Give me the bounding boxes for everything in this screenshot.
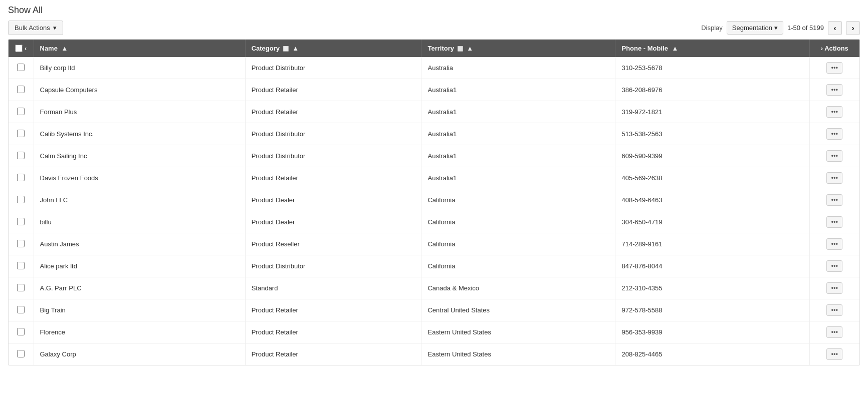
table-row: Alice park ltd Product Distributor Calif… (9, 255, 859, 277)
row-actions-cell: ••• (809, 277, 859, 299)
table-row: Calib Systems Inc. Product Distributor A… (9, 123, 859, 145)
row-actions-button-1[interactable]: ••• (826, 84, 842, 96)
row-checkbox-5[interactable] (17, 174, 25, 181)
row-checkbox-8[interactable] (17, 240, 25, 247)
pagination-next-button[interactable]: › (846, 21, 860, 35)
row-name-cell: Florence (34, 321, 245, 343)
phone-sort-icon: ▲ (672, 45, 679, 52)
row-territory-cell: Australia1 (421, 123, 615, 145)
row-checkbox-cell (9, 233, 34, 255)
row-phone-cell: 319-972-1821 (615, 101, 809, 123)
row-checkbox-cell (9, 57, 34, 79)
page-container: Show All Bulk Actions ▾ Display Segmenta… (0, 0, 868, 370)
row-actions-button-6[interactable]: ••• (826, 194, 842, 206)
table-row: billu Product Dealer California 304-650-… (9, 211, 859, 233)
row-checkbox-2[interactable] (17, 108, 25, 115)
row-category-cell: Product Distributor (245, 57, 421, 79)
row-actions-button-13[interactable]: ••• (826, 348, 842, 360)
row-checkbox-12[interactable] (17, 328, 25, 335)
row-name-cell: Billy corp ltd (34, 57, 245, 79)
toolbar-left: Bulk Actions ▾ (8, 21, 63, 35)
row-actions-button-11[interactable]: ••• (826, 304, 842, 316)
row-territory-cell: Central United States (421, 299, 615, 321)
name-sort-icon: ▲ (62, 45, 68, 52)
row-actions-button-2[interactable]: ••• (826, 106, 842, 118)
row-actions-cell: ••• (809, 299, 859, 321)
row-actions-button-12[interactable]: ••• (826, 326, 842, 338)
table-row: Forman Plus Product Retailer Australia1 … (9, 101, 859, 123)
th-actions-label: Actions (824, 45, 848, 52)
row-checkbox-10[interactable] (17, 284, 25, 291)
row-checkbox-cell (9, 145, 34, 167)
row-territory-cell: California (421, 189, 615, 211)
row-actions-button-9[interactable]: ••• (826, 260, 842, 272)
table-row: Capsule Computers Product Retailer Austr… (9, 79, 859, 101)
row-actions-button-4[interactable]: ••• (826, 150, 842, 162)
row-category-cell: Product Retailer (245, 101, 421, 123)
bulk-actions-button[interactable]: Bulk Actions ▾ (8, 21, 63, 35)
row-checkbox-4[interactable] (17, 152, 25, 159)
segmentation-dropdown[interactable]: Segmentation ▾ (727, 21, 783, 35)
row-actions-button-3[interactable]: ••• (826, 128, 842, 140)
th-territory[interactable]: Territory ▦ ▲ (421, 40, 615, 57)
pagination-prev-button[interactable]: ‹ (828, 21, 842, 35)
th-phone-mobile[interactable]: Phone - Mobile ▲ (615, 40, 809, 57)
row-checkbox-cell (9, 123, 34, 145)
row-checkbox-9[interactable] (17, 262, 25, 269)
row-category-cell: Standard (245, 277, 421, 299)
category-filter-icon: ▦ (283, 45, 289, 52)
row-checkbox-11[interactable] (17, 306, 25, 313)
row-actions-button-8[interactable]: ••• (826, 238, 842, 250)
select-all-checkbox[interactable] (15, 45, 23, 52)
row-category-cell: Product Dealer (245, 189, 421, 211)
row-checkbox-cell (9, 299, 34, 321)
row-actions-button-7[interactable]: ••• (826, 216, 842, 228)
row-actions-cell: ••• (809, 211, 859, 233)
th-check-area: ‹ (15, 45, 28, 52)
row-checkbox-6[interactable] (17, 196, 25, 203)
data-table: ‹ Name ▲ Category ▦ ▲ Territory ▦ (9, 40, 859, 365)
select-all-chevron-icon[interactable]: ‹ (25, 45, 27, 52)
row-category-cell: Product Retailer (245, 299, 421, 321)
row-checkbox-13[interactable] (17, 350, 25, 357)
data-table-container: ‹ Name ▲ Category ▦ ▲ Territory ▦ (8, 39, 860, 365)
row-checkbox-cell (9, 321, 34, 343)
row-territory-cell: Eastern United States (421, 321, 615, 343)
row-checkbox-1[interactable] (17, 86, 25, 93)
th-name[interactable]: Name ▲ (34, 40, 245, 57)
row-checkbox-7[interactable] (17, 218, 25, 225)
bulk-actions-chevron-icon: ▾ (53, 24, 57, 32)
row-checkbox-3[interactable] (17, 130, 25, 137)
row-territory-cell: Australia1 (421, 101, 615, 123)
row-checkbox-cell (9, 211, 34, 233)
row-category-cell: Product Dealer (245, 211, 421, 233)
row-checkbox-cell (9, 101, 34, 123)
row-name-cell: billu (34, 211, 245, 233)
row-category-cell: Product Distributor (245, 145, 421, 167)
row-category-cell: Product Retailer (245, 343, 421, 365)
row-phone-cell: 714-289-9161 (615, 233, 809, 255)
page-title: Show All (8, 5, 860, 16)
row-actions-cell: ••• (809, 343, 859, 365)
th-territory-label: Territory (427, 45, 454, 52)
table-row: Austin James Product Reseller California… (9, 233, 859, 255)
row-category-cell: Product Retailer (245, 321, 421, 343)
segmentation-label: Segmentation (732, 24, 772, 32)
row-category-cell: Product Retailer (245, 167, 421, 189)
th-category[interactable]: Category ▦ ▲ (245, 40, 421, 57)
row-name-cell: Alice park ltd (34, 255, 245, 277)
row-phone-cell: 386-208-6976 (615, 79, 809, 101)
row-phone-cell: 405-569-2638 (615, 167, 809, 189)
row-territory-cell: California (421, 211, 615, 233)
row-actions-button-5[interactable]: ••• (826, 172, 842, 184)
row-actions-cell: ••• (809, 321, 859, 343)
row-checkbox-cell (9, 167, 34, 189)
row-actions-button-0[interactable]: ••• (826, 62, 842, 74)
th-checkbox: ‹ (9, 40, 34, 57)
row-actions-button-10[interactable]: ••• (826, 282, 842, 294)
row-checkbox-0[interactable] (17, 64, 25, 71)
row-checkbox-cell (9, 343, 34, 365)
row-checkbox-cell (9, 255, 34, 277)
row-name-cell: A.G. Parr PLC (34, 277, 245, 299)
th-actions: › Actions (809, 40, 859, 57)
